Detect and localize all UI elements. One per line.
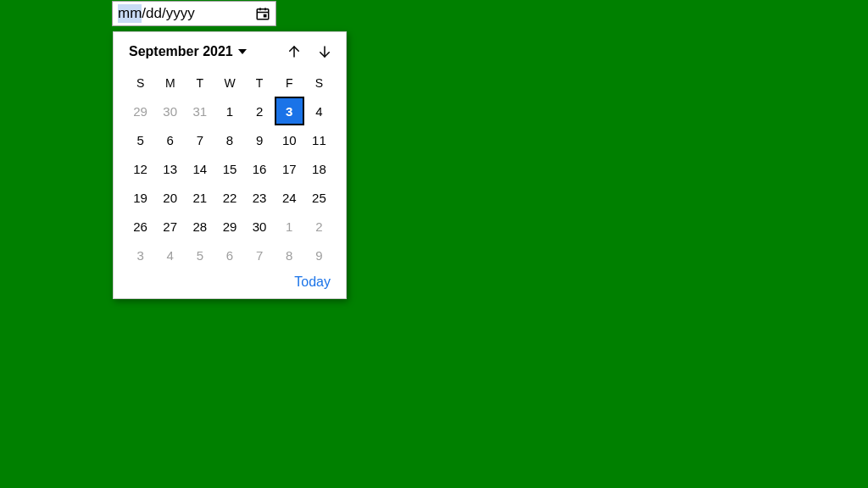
day-cell[interactable]: 8: [214, 125, 244, 154]
today-button[interactable]: Today: [294, 274, 331, 289]
day-cell[interactable]: 7: [245, 241, 275, 269]
day-cell[interactable]: 7: [185, 125, 214, 154]
day-cell[interactable]: 16: [245, 154, 275, 183]
day-cell[interactable]: 15: [214, 154, 244, 183]
day-cell[interactable]: 22: [214, 183, 244, 212]
day-cell[interactable]: 31: [185, 97, 214, 125]
day-of-week-header: S: [304, 73, 334, 97]
day-cell[interactable]: 9: [245, 125, 275, 154]
date-input-dd[interactable]: dd: [146, 5, 162, 22]
day-of-week-header: F: [275, 73, 304, 97]
date-input[interactable]: mm / dd / yyyy: [112, 1, 276, 26]
day-cell[interactable]: 9: [304, 241, 334, 269]
day-cell[interactable]: 5: [125, 125, 155, 154]
date-picker-footer: Today: [125, 274, 334, 290]
date-input-text: mm / dd / yyyy: [118, 4, 195, 23]
day-cell[interactable]: 30: [155, 97, 185, 125]
day-cell[interactable]: 12: [125, 154, 155, 183]
day-cell[interactable]: 23: [245, 183, 275, 212]
day-of-week-header: W: [214, 73, 244, 97]
month-year-label: September 2021: [129, 44, 233, 59]
arrow-down-icon: [317, 44, 332, 59]
day-of-week-header: M: [155, 73, 185, 97]
day-cell[interactable]: 6: [214, 241, 244, 269]
date-picker-popup: September 2021 SMTWTFS293031123456789101…: [113, 31, 347, 299]
day-cell[interactable]: 3: [275, 97, 304, 125]
day-cell[interactable]: 21: [185, 183, 214, 212]
day-cell[interactable]: 3: [125, 241, 155, 269]
date-input-mm[interactable]: mm: [118, 4, 142, 23]
day-cell[interactable]: 4: [304, 97, 334, 125]
day-of-week-header: S: [125, 73, 155, 97]
day-cell[interactable]: 26: [125, 212, 155, 241]
day-of-week-header: T: [185, 73, 214, 97]
day-cell[interactable]: 30: [245, 212, 275, 241]
chevron-down-icon: [238, 49, 247, 54]
day-cell[interactable]: 2: [304, 212, 334, 241]
day-cell[interactable]: 10: [275, 125, 304, 154]
arrow-up-icon: [287, 44, 302, 59]
date-picker-header: September 2021: [125, 42, 334, 61]
prev-month-button[interactable]: [285, 42, 303, 61]
day-cell[interactable]: 28: [185, 212, 214, 241]
day-cell[interactable]: 11: [304, 125, 334, 154]
day-cell[interactable]: 24: [275, 183, 304, 212]
day-cell[interactable]: 6: [155, 125, 185, 154]
month-year-selector[interactable]: September 2021: [129, 44, 247, 59]
day-cell[interactable]: 29: [125, 97, 155, 125]
svg-rect-4: [264, 14, 267, 18]
date-input-yyyy[interactable]: yyyy: [166, 5, 195, 22]
day-cell[interactable]: 17: [275, 154, 304, 183]
day-cell[interactable]: 13: [155, 154, 185, 183]
day-cell[interactable]: 20: [155, 183, 185, 212]
day-cell[interactable]: 14: [185, 154, 214, 183]
day-of-week-header: T: [245, 73, 275, 97]
day-cell[interactable]: 1: [214, 97, 244, 125]
svg-rect-0: [257, 9, 269, 19]
date-picker-grid: SMTWTFS293031123456789101112131415161718…: [125, 73, 334, 269]
day-cell[interactable]: 2: [245, 97, 275, 125]
calendar-icon[interactable]: [255, 6, 270, 21]
day-cell[interactable]: 4: [155, 241, 185, 269]
day-cell[interactable]: 18: [304, 154, 334, 183]
day-cell[interactable]: 1: [275, 212, 304, 241]
day-cell[interactable]: 8: [275, 241, 304, 269]
day-cell[interactable]: 19: [125, 183, 155, 212]
next-month-button[interactable]: [315, 42, 334, 61]
day-cell[interactable]: 5: [185, 241, 214, 269]
day-cell[interactable]: 27: [155, 212, 185, 241]
month-nav: [285, 42, 334, 61]
day-cell[interactable]: 29: [214, 212, 244, 241]
day-cell[interactable]: 25: [304, 183, 334, 212]
